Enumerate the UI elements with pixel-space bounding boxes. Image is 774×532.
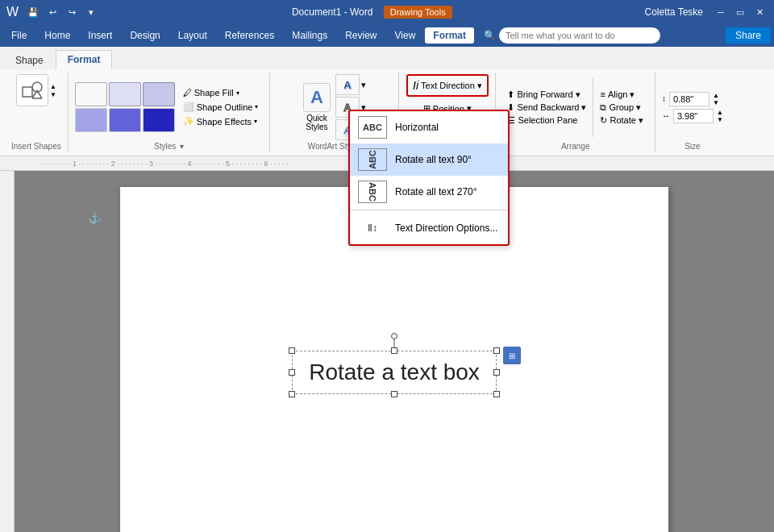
dropdown-horizontal[interactable]: ABC Horizontal — [350, 111, 508, 143]
save-btn[interactable]: 💾 — [25, 4, 41, 20]
text-fill-label: ▾ — [361, 80, 366, 90]
styles-dropdown-arrow[interactable]: ▾ — [180, 142, 184, 151]
group-insert-shapes: ▲ ▼ Insert Shapes — [5, 73, 69, 152]
height-down[interactable]: ▼ — [713, 99, 719, 106]
menu-file[interactable]: File — [3, 27, 35, 44]
shape-outline-btn[interactable]: ⬜ Shape Outline ▾ — [178, 100, 264, 114]
shape-fill-btn[interactable]: 🖊 Shape Fill ▾ — [178, 86, 264, 99]
rotate-btn[interactable]: ↻ Rotate ▾ — [595, 114, 647, 127]
bring-forward-icon: ⬆ — [507, 89, 514, 100]
menu-mailings[interactable]: Mailings — [284, 27, 335, 44]
handle-bm[interactable] — [391, 391, 397, 397]
height-field: ↕ ▲ ▼ — [662, 92, 723, 106]
handle-tl[interactable] — [289, 347, 295, 354]
title-bar-left: W 💾 ↩ ↪ ▾ — [6, 4, 99, 20]
text-direction-btn[interactable]: Ii Text Direction ▾ — [410, 77, 485, 94]
dropdown-options[interactable]: Ⅱ↕ Text Direction Options... — [350, 212, 508, 244]
send-backward-arrow: ▾ — [581, 102, 586, 113]
align-btn[interactable]: ≡ Align ▾ — [595, 89, 647, 101]
handle-ml[interactable] — [289, 369, 295, 376]
minimize-btn[interactable]: ─ — [713, 4, 729, 20]
ruler-vertical — [0, 171, 15, 532]
height-icon: ↕ — [662, 94, 666, 103]
menu-design[interactable]: Design — [122, 27, 168, 44]
handle-bl[interactable] — [289, 391, 295, 397]
handle-tr[interactable] — [493, 347, 500, 354]
menu-insert[interactable]: Insert — [80, 27, 120, 44]
effects-icon: ✨ — [183, 116, 194, 127]
style-box-2[interactable] — [109, 82, 141, 106]
undo-btn[interactable]: ↩ — [44, 4, 60, 20]
quick-styles-btn[interactable]: A — [303, 83, 331, 112]
menu-home[interactable]: Home — [36, 27, 78, 44]
selection-pane-btn[interactable]: ☰ Selection Pane — [502, 114, 591, 127]
customize-btn[interactable]: ▾ — [83, 4, 99, 20]
align-label: Align — [608, 89, 627, 99]
height-up[interactable]: ▲ — [713, 92, 719, 99]
shapes-up-arrow[interactable]: ▲ — [50, 83, 56, 90]
shapes-down-arrow[interactable]: ▼ — [50, 91, 56, 98]
group-arrow: ▾ — [636, 102, 641, 113]
arrange-buttons: ⬆ Bring Forward ▾ ⬇ Send Backward ▾ ☰ Se… — [502, 89, 591, 127]
style-previews — [75, 82, 175, 132]
effects-arrow: ▾ — [254, 118, 257, 125]
menu-references[interactable]: References — [217, 27, 282, 44]
search-input[interactable] — [499, 27, 660, 44]
title-bar-right: Coletta Teske ─ ▭ ✕ — [645, 4, 768, 20]
text-direction-arrow: ▾ — [477, 81, 482, 91]
shapes-row: ▲ ▼ — [16, 74, 56, 106]
rotate-arrow: ▾ — [639, 115, 643, 126]
tab-format[interactable]: Format — [56, 50, 113, 69]
fill-icon: 🖊 — [183, 88, 192, 98]
share-button[interactable]: Share — [726, 27, 771, 44]
style-box-5[interactable] — [109, 108, 141, 132]
style-box-3[interactable] — [143, 82, 175, 106]
arrange-content: ⬆ Bring Forward ▾ ⬇ Send Backward ▾ ☰ Se… — [502, 74, 647, 140]
options-icon-text: Ⅱ↕ — [368, 222, 377, 234]
text-box[interactable]: Rotate a text box — [292, 351, 497, 394]
send-backward-btn[interactable]: ⬇ Send Backward ▾ — [502, 102, 591, 114]
group-btn[interactable]: ⧉ Group ▾ — [595, 102, 647, 114]
align-icon: ≡ — [600, 89, 605, 99]
title-bar-center: Document1 - Word Drawing Tools — [99, 6, 644, 18]
redo-btn[interactable]: ↪ — [64, 4, 80, 20]
word-icon: W — [6, 5, 19, 19]
close-btn[interactable]: ✕ — [751, 4, 768, 20]
style-box-4[interactable] — [75, 108, 107, 132]
style-box-6[interactable] — [143, 108, 175, 132]
shape-effects-btn[interactable]: ✨ Shape Effects ▾ — [178, 114, 264, 128]
handle-br[interactable] — [493, 391, 500, 397]
dropdown-rotate90[interactable]: ABC Rotate all text 90° — [350, 143, 508, 176]
style-box-1[interactable] — [75, 82, 107, 106]
text-box-container[interactable]: Rotate a text box ⊞ — [292, 351, 497, 394]
shape-styles-content: 🖊 Shape Fill ▾ ⬜ Shape Outline ▾ ✨ Shape… — [75, 74, 264, 140]
handle-tm[interactable] — [391, 347, 397, 354]
horizontal-label: Horizontal — [395, 122, 439, 133]
anchor-icon: ⚓ — [88, 211, 102, 224]
drawing-tools-label: Drawing Tools — [384, 6, 452, 19]
document-title: Document1 - Word — [292, 6, 372, 18]
tab-shape[interactable]: Shape — [3, 51, 56, 69]
width-up[interactable]: ▲ — [717, 109, 723, 116]
menu-layout[interactable]: Layout — [170, 27, 215, 44]
menu-review[interactable]: Review — [337, 27, 385, 44]
handle-rotate[interactable] — [391, 333, 397, 339]
width-input[interactable] — [673, 109, 714, 123]
height-input[interactable] — [669, 92, 710, 106]
layout-icon[interactable]: ⊞ — [503, 347, 521, 364]
group-icon: ⧉ — [600, 102, 606, 113]
bring-forward-btn[interactable]: ⬆ Bring Forward ▾ — [502, 89, 591, 101]
restore-btn[interactable]: ▭ — [732, 4, 748, 20]
shapes-svg — [21, 79, 44, 102]
menu-view[interactable]: View — [387, 27, 424, 44]
width-down[interactable]: ▼ — [717, 116, 723, 123]
text-fill-btn[interactable]: A — [335, 74, 360, 95]
shapes-button[interactable] — [16, 74, 48, 106]
handle-mr[interactable] — [493, 369, 500, 376]
dropdown-rotate270[interactable]: ABC Rotate all text 270° — [350, 176, 508, 208]
horizontal-preview: ABC — [358, 116, 387, 139]
menu-format[interactable]: Format — [425, 27, 474, 44]
svg-rect-0 — [23, 87, 32, 97]
rotate-icon: ↻ — [600, 115, 607, 126]
text-direction-icon: Ii — [413, 79, 418, 92]
